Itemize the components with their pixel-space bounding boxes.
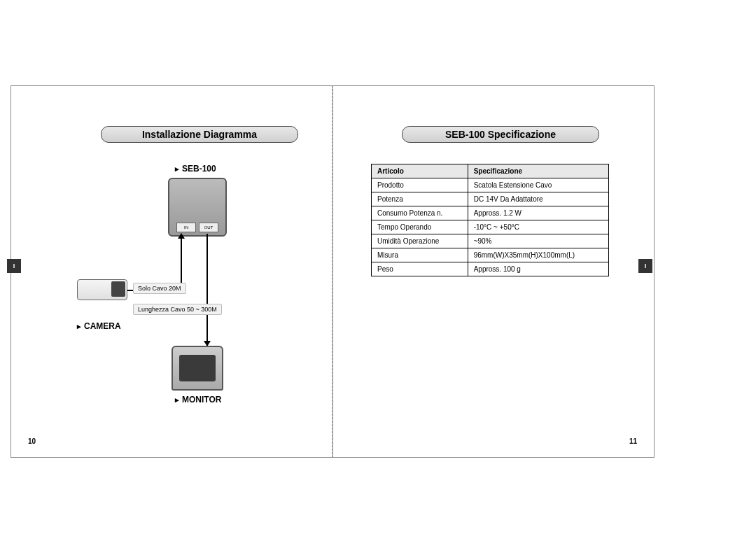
language-tab-left: I bbox=[7, 259, 21, 273]
spec-cell-specificazione: DC 14V Da Adattatore bbox=[468, 192, 608, 206]
table-row: ProdottoScatola Estensione Cavo bbox=[372, 178, 609, 192]
right-page-title: SEB-100 Specificazione bbox=[402, 126, 599, 143]
monitor-label: MONITOR bbox=[175, 395, 221, 405]
spec-cell-specificazione: ~90% bbox=[468, 234, 608, 248]
table-row: Umidità Operazione~90% bbox=[372, 234, 609, 248]
table-row: Tempo Operando-10°C ~ +50°C bbox=[372, 220, 609, 234]
spec-header-specificazione: Specificazione bbox=[468, 164, 608, 178]
seb-label: SEB-100 bbox=[175, 164, 216, 174]
page-number-left: 10 bbox=[28, 437, 36, 445]
arrow-seb-to-monitor bbox=[206, 234, 208, 346]
table-row: Misura96mm(W)X35mm(H)X100mm(L) bbox=[372, 248, 609, 262]
spec-cell-articolo: Misura bbox=[372, 248, 468, 262]
spec-cell-specificazione: -10°C ~ +50°C bbox=[468, 220, 608, 234]
camera-label: CAMERA bbox=[77, 321, 121, 331]
port-out: OUT bbox=[199, 223, 218, 232]
spec-cell-specificazione: Appross. 1.2 W bbox=[468, 206, 608, 220]
cable-short-label: Solo Cavo 20M bbox=[133, 283, 186, 294]
spec-cell-articolo: Consumo Potenza n. bbox=[372, 206, 468, 220]
table-row: PesoAppross. 100 g bbox=[372, 262, 609, 276]
cable-long-label: Lunghezza Cavo 50 ~ 300M bbox=[133, 304, 222, 315]
arrow-camera-to-seb bbox=[181, 234, 182, 283]
spec-cell-specificazione: Scatola Estensione Cavo bbox=[468, 178, 608, 192]
table-row: PotenzaDC 14V Da Adattatore bbox=[372, 192, 609, 206]
installation-diagram: SEB-100 IN OUT CAMERA Solo Cavo 20M Lung… bbox=[70, 164, 329, 423]
left-page-title: Installazione Diagramma bbox=[101, 126, 298, 143]
page-number-right: 11 bbox=[629, 437, 637, 445]
right-page-content: SEB-100 Specificazione Articolo Specific… bbox=[371, 126, 630, 276]
language-tab-right: I bbox=[638, 259, 652, 273]
seb-device-icon: IN OUT bbox=[168, 178, 227, 237]
monitor-icon bbox=[172, 346, 223, 391]
spec-cell-articolo: Tempo Operando bbox=[372, 220, 468, 234]
spec-table: Articolo Specificazione ProdottoScatola … bbox=[371, 164, 609, 276]
spec-cell-articolo: Potenza bbox=[372, 192, 468, 206]
spec-cell-specificazione: 96mm(W)X35mm(H)X100mm(L) bbox=[468, 248, 608, 262]
port-in: IN bbox=[176, 223, 196, 232]
spec-cell-articolo: Peso bbox=[372, 262, 468, 276]
spec-cell-articolo: Umidità Operazione bbox=[372, 234, 468, 248]
spec-cell-specificazione: Appross. 100 g bbox=[468, 262, 608, 276]
spec-cell-articolo: Prodotto bbox=[372, 178, 468, 192]
spec-header-articolo: Articolo bbox=[372, 164, 468, 178]
left-page-content: Installazione Diagramma SEB-100 IN OUT C… bbox=[70, 126, 329, 423]
table-row: Consumo Potenza n.Appross. 1.2 W bbox=[372, 206, 609, 220]
camera-icon bbox=[77, 279, 127, 300]
